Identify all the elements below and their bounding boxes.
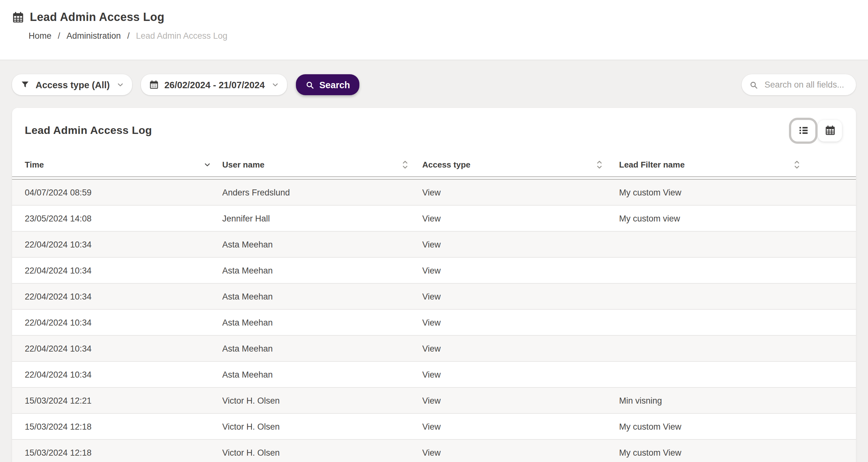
breadcrumb-home[interactable]: Home	[29, 31, 52, 41]
search-button-label: Search	[319, 80, 350, 90]
cell-user-name: Asta Meehan	[222, 344, 422, 353]
cell-time: 15/03/2024 12:21	[25, 396, 222, 405]
cell-time: 22/04/2024 10:34	[25, 370, 222, 379]
table-row[interactable]: 15/03/2024 12:18 Victor H. Olsen View My…	[12, 440, 856, 462]
column-header-time[interactable]: Time	[25, 160, 222, 169]
view-toggle	[791, 120, 843, 141]
cell-access-type: View	[422, 188, 619, 197]
cell-time: 22/04/2024 10:34	[25, 239, 222, 249]
cell-access-type: View	[422, 318, 619, 327]
cell-lead-filter-name: My custom view	[619, 213, 856, 223]
cell-access-type: View	[422, 239, 619, 249]
list-icon	[798, 125, 809, 136]
chevron-down-icon	[117, 81, 124, 88]
cell-access-type: View	[422, 292, 619, 301]
table-row[interactable]: 22/04/2024 10:34 Asta Meehan View	[12, 284, 856, 310]
page: Lead Admin Access Log Home / Administrat…	[0, 0, 868, 462]
column-header-label: User name	[222, 160, 265, 169]
breadcrumb-separator: /	[127, 31, 130, 41]
cell-time: 15/03/2024 12:18	[25, 422, 222, 431]
cell-user-name: Jennifer Hall	[222, 213, 422, 223]
cell-access-type: View	[422, 422, 619, 431]
cell-time: 15/03/2024 12:18	[25, 448, 222, 457]
column-header-lead-filter-name[interactable]: Lead Filter name	[619, 159, 856, 170]
cell-user-name: Asta Meehan	[222, 318, 422, 327]
global-search	[742, 74, 856, 95]
calendar-view-toggle[interactable]	[818, 120, 842, 141]
access-type-filter-button[interactable]: Access type (All)	[12, 74, 132, 95]
table-row[interactable]: 23/05/2024 14:08 Jennifer Hall View My c…	[12, 206, 856, 232]
cell-user-name: Anders Fredslund	[222, 188, 422, 197]
cell-lead-filter-name: My custom View	[619, 188, 856, 197]
cell-user-name: Asta Meehan	[222, 239, 422, 249]
search-input[interactable]	[763, 79, 848, 90]
breadcrumb-separator: /	[58, 31, 60, 41]
magnifier-icon	[749, 80, 758, 89]
cell-time: 22/04/2024 10:34	[25, 344, 222, 353]
breadcrumb: Home / Administration / Lead Admin Acces…	[29, 31, 868, 41]
filter-bar: Access type (All) 26/02/2024 - 21/07/202…	[0, 60, 868, 95]
cell-user-name: Victor H. Olsen	[222, 396, 422, 405]
calendar-icon	[12, 11, 24, 24]
funnel-icon	[20, 80, 30, 90]
cell-time: 04/07/2024 08:59	[25, 188, 222, 197]
cell-access-type: View	[422, 370, 619, 379]
calendar-icon	[825, 125, 835, 136]
cell-user-name: Asta Meehan	[222, 370, 422, 379]
table-row[interactable]: 04/07/2024 08:59 Anders Fredslund View M…	[12, 179, 856, 206]
sort-arrows-icon	[402, 159, 408, 170]
date-range-filter-button[interactable]: 26/02/2024 - 21/07/2024	[141, 74, 287, 95]
cell-lead-filter-name: Min visning	[619, 396, 856, 405]
list-view-toggle[interactable]	[791, 120, 815, 141]
cell-lead-filter-name: My custom View	[619, 422, 856, 431]
access-type-filter-label: Access type (All)	[36, 80, 110, 90]
page-header: Lead Admin Access Log Home / Administrat…	[0, 0, 868, 60]
column-header-label: Time	[25, 160, 44, 169]
table-header-row: Time User name Access type Lead Filter n…	[12, 153, 856, 176]
chevron-down-icon	[272, 81, 279, 88]
table-row[interactable]: 15/03/2024 12:21 Victor H. Olsen View Mi…	[12, 388, 856, 414]
calendar-icon	[149, 80, 159, 90]
cell-user-name: Victor H. Olsen	[222, 422, 422, 431]
card-header: Lead Admin Access Log	[12, 108, 856, 153]
cell-access-type: View	[422, 266, 619, 275]
table-row[interactable]: 22/04/2024 10:34 Asta Meehan View	[12, 232, 856, 258]
column-header-access-type[interactable]: Access type	[422, 159, 619, 170]
cell-access-type: View	[422, 344, 619, 353]
magnifier-icon	[305, 80, 314, 89]
cell-access-type: View	[422, 213, 619, 223]
cell-time: 23/05/2024 14:08	[25, 213, 222, 223]
cell-time: 22/04/2024 10:34	[25, 318, 222, 327]
card-title: Lead Admin Access Log	[25, 124, 152, 137]
table-body: 04/07/2024 08:59 Anders Fredslund View M…	[12, 179, 856, 462]
cell-user-name: Asta Meehan	[222, 292, 422, 301]
access-log-card: Lead Admin Access Log	[12, 108, 856, 462]
breadcrumb-administration[interactable]: Administration	[67, 31, 121, 41]
column-header-user-name[interactable]: User name	[222, 159, 422, 170]
table-row[interactable]: 22/04/2024 10:34 Asta Meehan View	[12, 362, 856, 388]
table-row[interactable]: 15/03/2024 12:18 Victor H. Olsen View My…	[12, 414, 856, 440]
page-title: Lead Admin Access Log	[30, 11, 164, 24]
chevron-down-icon	[204, 161, 211, 168]
sort-arrows-icon	[794, 159, 800, 170]
cell-user-name: Asta Meehan	[222, 266, 422, 275]
table-header-divider	[12, 176, 856, 179]
date-range-filter-label: 26/02/2024 - 21/07/2024	[164, 80, 265, 90]
column-header-label: Lead Filter name	[619, 160, 685, 169]
table-row[interactable]: 22/04/2024 10:34 Asta Meehan View	[12, 258, 856, 284]
column-header-label: Access type	[422, 160, 470, 169]
breadcrumb-current: Lead Admin Access Log	[136, 31, 227, 41]
cell-lead-filter-name: My custom View	[619, 448, 856, 457]
table-row[interactable]: 22/04/2024 10:34 Asta Meehan View	[12, 336, 856, 362]
cell-time: 22/04/2024 10:34	[25, 292, 222, 301]
table-row[interactable]: 22/04/2024 10:34 Asta Meehan View	[12, 310, 856, 336]
search-button[interactable]: Search	[296, 74, 360, 95]
cell-time: 22/04/2024 10:34	[25, 266, 222, 275]
cell-access-type: View	[422, 448, 619, 457]
cell-user-name: Victor H. Olsen	[222, 448, 422, 457]
sort-arrows-icon	[596, 159, 602, 170]
cell-access-type: View	[422, 396, 619, 405]
